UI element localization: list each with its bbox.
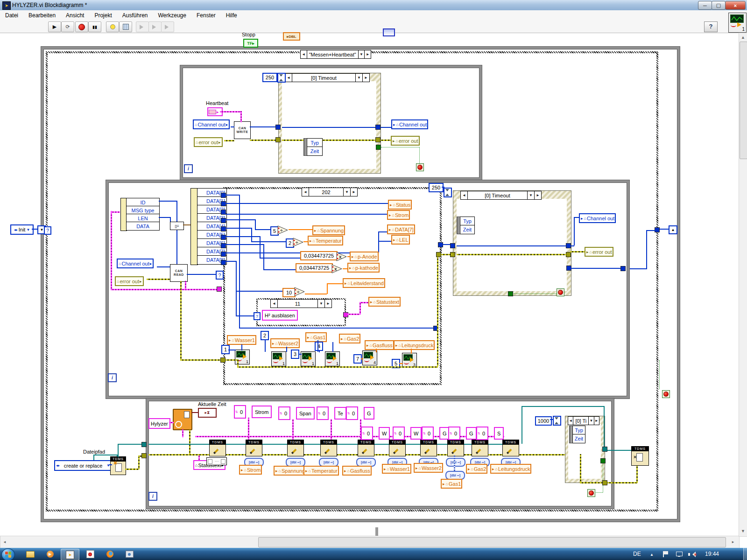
tdms-write-node[interactable]: TDMS <box>320 440 337 456</box>
abort-button[interactable] <box>75 21 88 32</box>
channel-name-constant[interactable]: W <box>410 427 422 440</box>
menu-bearbeiten[interactable]: Bearbeiten <box>23 10 61 20</box>
local-leitungsdruck[interactable]: ▸⌂Leitungsdruck <box>394 340 435 350</box>
local-wasser1[interactable]: ▸⌂Wasser1 <box>382 464 411 474</box>
local-gasfluss[interactable]: ▸⌂Gasfluss <box>365 340 394 350</box>
vertical-scroll-thumb[interactable] <box>740 42 747 159</box>
case-11-selector-terminal[interactable]: ? <box>254 312 261 320</box>
error-out-local-write[interactable]: ▸⌂error out <box>585 247 613 257</box>
stopp-boolean-terminal[interactable]: TF▸ <box>243 39 258 48</box>
labview-icon[interactable]: ➤ <box>61 549 79 560</box>
can-write-node[interactable]: CANWRITE <box>234 121 251 139</box>
channel-name-constant[interactable]: Strom <box>252 406 272 418</box>
error-out-local-write[interactable]: ▸⌂error out <box>391 136 420 146</box>
measure-timeout-constant[interactable]: 250 <box>429 183 444 192</box>
tdms-write-node[interactable]: TDMS <box>420 440 437 456</box>
main-case-selector-label[interactable]: ◄"Messen+Heartbeat"▼► <box>300 50 371 59</box>
typ-zeit-unbundle-field[interactable]: Zeit <box>460 225 475 234</box>
typ-zeit-unbundle-field[interactable]: Typ <box>572 426 585 435</box>
typ-zeit-unbundle-field[interactable]: Zeit <box>307 147 323 156</box>
waveform-chart-node[interactable]: 4 <box>362 350 377 365</box>
local-wasser2[interactable]: ▸⌂Wasser2 <box>414 463 443 473</box>
scale-constant[interactable]: 0,034473725 <box>296 263 333 273</box>
local-status[interactable]: ▸⌂Status <box>388 200 412 210</box>
channel-name-constant[interactable]: G <box>466 427 477 440</box>
local-temperatur[interactable]: ▸⌂Temperatur <box>303 466 339 476</box>
menu-hilfe[interactable]: Hilfe <box>221 10 242 20</box>
media-player-icon[interactable]: ▶ <box>41 549 59 560</box>
run-continuous-button[interactable]: ⟳ <box>61 21 74 32</box>
menu-ausführen[interactable]: Ausführen <box>117 10 153 20</box>
step-into-button[interactable] <box>136 21 149 32</box>
divide-icon[interactable]: ÷ <box>277 225 289 235</box>
channel-offset-constant[interactable]: ⇅0 <box>476 427 488 440</box>
tray-expand-icon[interactable]: ▲ <box>650 553 654 560</box>
error-out-local[interactable]: ⌂error out▸ <box>115 276 144 286</box>
divide-icon[interactable]: ÷ <box>293 238 304 247</box>
explorer-icon[interactable] <box>21 549 39 560</box>
help-button[interactable]: ? <box>704 21 718 32</box>
typ-zeit-unbundle-field[interactable]: Typ <box>307 138 323 147</box>
dbl-terminal[interactable]: ▸DBL <box>283 32 300 41</box>
typ-zeit-unbundle-field[interactable]: Typ <box>460 217 475 226</box>
heartbeat-timeout-constant[interactable]: 250 <box>262 73 277 82</box>
main-case-stop-terminal[interactable] <box>662 390 670 398</box>
shift-register-right[interactable]: ▲ <box>669 225 677 234</box>
highlight-execution-button[interactable] <box>106 21 119 32</box>
multiply-icon[interactable]: x <box>336 252 347 261</box>
typ-zeit-unbundle-field[interactable]: Zeit <box>572 434 585 443</box>
main-case-selector-terminal[interactable]: ? <box>44 226 51 235</box>
case-202-selector-terminal[interactable]: ? <box>216 271 224 280</box>
event-timeout-hourglass-icon[interactable] <box>277 73 286 83</box>
local-strom[interactable]: ▸⌂Strom <box>387 210 410 220</box>
image-app-icon[interactable] <box>81 549 99 560</box>
time-format-node[interactable] <box>173 409 192 430</box>
channel-out-local-write[interactable]: ▸⌂Channel out <box>579 213 616 223</box>
case-11-selector-label[interactable]: ◄11▼► <box>270 299 332 308</box>
local-p-kathode[interactable]: ▸⌂p-kathode <box>347 263 380 273</box>
tdms-write-node[interactable]: TDMS <box>209 440 226 456</box>
channel-name-constant[interactable]: G <box>364 407 374 420</box>
channel-name-constant[interactable]: W <box>379 427 390 440</box>
horizontal-scrollbar[interactable]: ◂ ▸ <box>0 536 740 549</box>
channel-out-local-write[interactable]: ▸⌂Channel out <box>391 119 428 129</box>
clock[interactable]: 19:44 <box>705 551 719 558</box>
local-data[7][interactable]: ▸⌂DATA[7] <box>387 224 415 234</box>
local-strom[interactable]: ▸⌂Strom <box>239 465 262 475</box>
error-out-local[interactable]: ⌂error out▸ <box>194 137 223 147</box>
can-read-node[interactable]: CANREAD <box>170 264 188 282</box>
channel-out-local[interactable]: ⌂Channel out▸ <box>117 259 154 268</box>
event-timeout-hourglass-icon[interactable] <box>444 188 452 197</box>
divisor-10-constant[interactable]: 10 <box>282 288 296 297</box>
pane-splitter-handle[interactable] <box>375 527 378 536</box>
channel-offset-constant[interactable]: ⇅0 <box>448 427 460 440</box>
waveform-chart-node[interactable]: 1 <box>271 351 286 366</box>
scale-constant[interactable]: 0,034473725 <box>300 251 338 260</box>
channel-offset-constant[interactable]: ⇅0 <box>346 406 358 420</box>
tdms-write-node[interactable]: TDMS <box>502 440 519 456</box>
index-array-icon[interactable]: []≡ <box>170 222 184 230</box>
local-leitwiderstand[interactable]: ▸⌂Leitwiderstand <box>343 278 385 288</box>
partially-hidden-terminal[interactable] <box>383 28 395 36</box>
heartbeat-iteration-terminal[interactable]: i <box>184 164 193 173</box>
local-wasser1[interactable]: ▸⌂Wasser1 <box>227 335 256 345</box>
h2-ausblasen-string-constant[interactable]: H² ausblasen <box>262 310 298 321</box>
channel-offset-constant[interactable]: ⇅0 <box>317 406 329 420</box>
scroll-right-icon[interactable]: ▸ <box>730 538 736 546</box>
local-temperatur[interactable]: ▸⌂Temperatur <box>308 236 343 245</box>
scroll-down-icon[interactable]: ▼ <box>740 528 746 534</box>
menu-werkzeuge[interactable]: Werkzeuge <box>153 10 191 20</box>
channel-name-constant[interactable]: S <box>494 427 504 440</box>
channel-offset-constant[interactable]: ⇅0 <box>234 405 246 419</box>
step-over-button[interactable] <box>148 21 162 32</box>
waveform-chart-node[interactable]: 1 <box>301 351 316 366</box>
local-statustext[interactable]: ▸⌂Statustext <box>368 297 401 307</box>
local-gas1[interactable]: ▸⌂Gas1 <box>441 479 462 489</box>
scroll-left-icon[interactable]: ◂ <box>1 538 8 546</box>
maximize-button[interactable]: ▢ <box>712 1 726 10</box>
firefox-icon[interactable] <box>101 549 119 560</box>
local-gas2[interactable]: ▸⌂Gas2 <box>466 464 487 474</box>
divide-icon[interactable]: ÷ <box>294 287 305 296</box>
vi-icon[interactable]: 1 <box>728 13 747 33</box>
menu-projekt[interactable]: Projekt <box>89 10 117 20</box>
